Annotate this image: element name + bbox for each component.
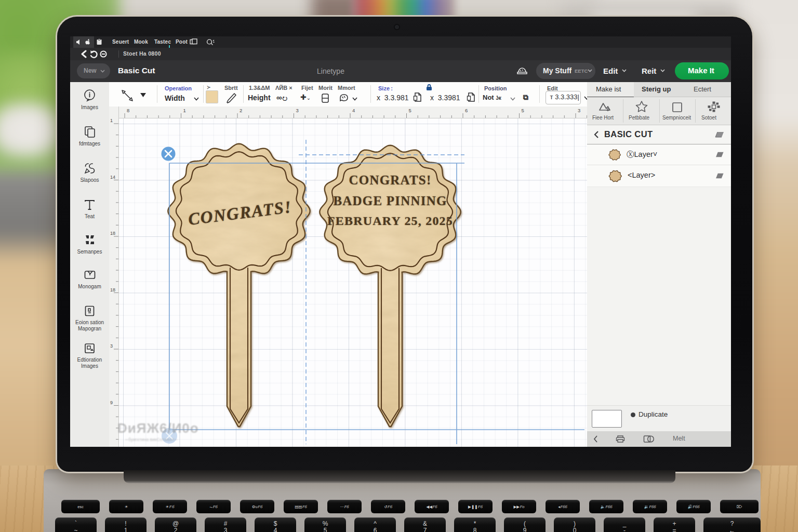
- svg-text:CONGRATS!: CONGRATS!: [349, 173, 432, 187]
- svg-text:FEBRUARY 25, 2025: FEBRUARY 25, 2025: [327, 214, 453, 228]
- svg-text:DиЯЖ6/И0о: DиЯЖ6/И0о: [117, 420, 199, 436]
- svg-text:∼буигетина викСотивал∼: ∼буигетина викСотивал∼: [125, 437, 178, 442]
- svg-text:BADGE PINNING: BADGE PINNING: [333, 194, 447, 208]
